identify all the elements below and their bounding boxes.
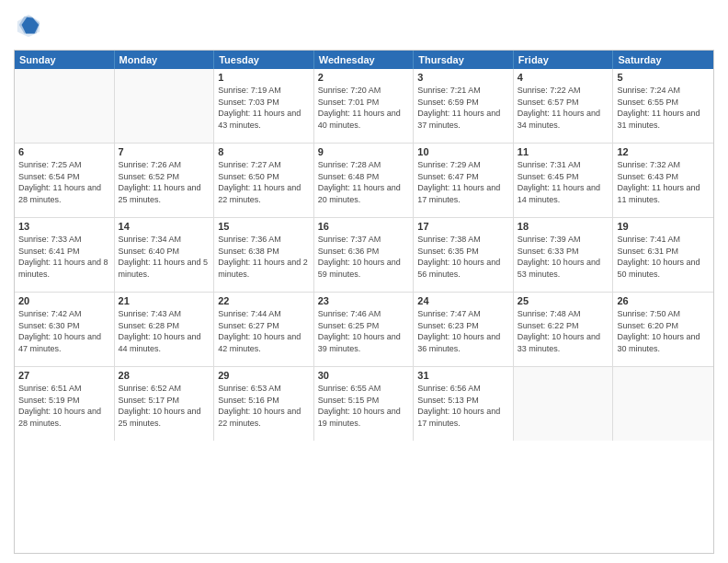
day-number: 20 [18, 295, 110, 306]
calendar-header-day: Wednesday [314, 51, 415, 69]
calendar-header-day: Saturday [613, 51, 713, 69]
logo-icon [16, 13, 41, 39]
day-info: Sunrise: 6:53 AMSunset: 5:16 PMDaylight:… [218, 383, 310, 429]
calendar-cell: 22Sunrise: 7:44 AMSunset: 6:27 PMDayligh… [214, 293, 314, 366]
calendar-header-day: Monday [115, 51, 215, 69]
day-info: Sunrise: 7:50 AMSunset: 6:20 PMDaylight:… [617, 308, 710, 354]
day-number: 26 [617, 295, 710, 306]
calendar-cell: 2Sunrise: 7:20 AMSunset: 7:01 PMDaylight… [314, 69, 415, 143]
calendar-header-day: Thursday [414, 51, 514, 69]
logo [14, 13, 41, 42]
day-number: 9 [318, 146, 410, 157]
day-info: Sunrise: 7:19 AMSunset: 7:03 PMDaylight:… [218, 85, 310, 131]
day-info: Sunrise: 7:38 AMSunset: 6:35 PMDaylight:… [417, 234, 509, 280]
calendar-cell: 15Sunrise: 7:36 AMSunset: 6:38 PMDayligh… [214, 218, 314, 292]
calendar-cell: 17Sunrise: 7:38 AMSunset: 6:35 PMDayligh… [414, 218, 514, 292]
day-info: Sunrise: 7:25 AMSunset: 6:54 PMDaylight:… [18, 159, 110, 205]
day-number: 21 [119, 295, 210, 306]
calendar-cell: 12Sunrise: 7:32 AMSunset: 6:43 PMDayligh… [613, 144, 713, 217]
day-number: 18 [518, 221, 609, 232]
calendar-week-row: 1Sunrise: 7:19 AMSunset: 7:03 PMDaylight… [15, 69, 713, 144]
calendar-header-day: Friday [514, 51, 614, 69]
calendar-cell: 1Sunrise: 7:19 AMSunset: 7:03 PMDaylight… [214, 69, 314, 143]
calendar-cell: 11Sunrise: 7:31 AMSunset: 6:45 PMDayligh… [514, 144, 614, 217]
day-number: 31 [417, 370, 509, 381]
header [14, 9, 714, 42]
calendar-header: SundayMondayTuesdayWednesdayThursdayFrid… [15, 51, 713, 69]
day-info: Sunrise: 6:56 AMSunset: 5:13 PMDaylight:… [417, 383, 509, 429]
calendar-week-row: 27Sunrise: 6:51 AMSunset: 5:19 PMDayligh… [15, 367, 713, 441]
day-info: Sunrise: 7:34 AMSunset: 6:40 PMDaylight:… [119, 234, 210, 280]
day-info: Sunrise: 7:36 AMSunset: 6:38 PMDaylight:… [218, 234, 310, 280]
day-number: 7 [119, 146, 210, 157]
calendar-body: 1Sunrise: 7:19 AMSunset: 7:03 PMDaylight… [15, 69, 713, 441]
calendar-cell: 7Sunrise: 7:26 AMSunset: 6:52 PMDaylight… [115, 144, 215, 217]
day-number: 17 [417, 221, 509, 232]
calendar-cell: 24Sunrise: 7:47 AMSunset: 6:23 PMDayligh… [414, 293, 514, 366]
calendar-cell: 31Sunrise: 6:56 AMSunset: 5:13 PMDayligh… [414, 367, 514, 441]
calendar-cell: 19Sunrise: 7:41 AMSunset: 6:31 PMDayligh… [613, 218, 713, 292]
day-info: Sunrise: 7:48 AMSunset: 6:22 PMDaylight:… [518, 308, 609, 354]
calendar-week-row: 13Sunrise: 7:33 AMSunset: 6:41 PMDayligh… [15, 218, 713, 293]
day-number: 5 [617, 72, 710, 83]
calendar-cell: 8Sunrise: 7:27 AMSunset: 6:50 PMDaylight… [214, 144, 314, 217]
calendar-cell: 13Sunrise: 7:33 AMSunset: 6:41 PMDayligh… [15, 218, 115, 292]
calendar-cell: 10Sunrise: 7:29 AMSunset: 6:47 PMDayligh… [414, 144, 514, 217]
day-number: 4 [518, 72, 609, 83]
day-number: 19 [617, 221, 710, 232]
calendar-cell: 30Sunrise: 6:55 AMSunset: 5:15 PMDayligh… [314, 367, 415, 441]
calendar-cell: 21Sunrise: 7:43 AMSunset: 6:28 PMDayligh… [115, 293, 215, 366]
day-info: Sunrise: 7:22 AMSunset: 6:57 PMDaylight:… [518, 85, 609, 131]
day-number: 24 [417, 295, 509, 306]
calendar-cell: 16Sunrise: 7:37 AMSunset: 6:36 PMDayligh… [314, 218, 415, 292]
day-info: Sunrise: 7:39 AMSunset: 6:33 PMDaylight:… [518, 234, 609, 280]
day-number: 15 [218, 221, 310, 232]
calendar-cell: 14Sunrise: 7:34 AMSunset: 6:40 PMDayligh… [115, 218, 215, 292]
calendar-cell: 29Sunrise: 6:53 AMSunset: 5:16 PMDayligh… [214, 367, 314, 441]
day-info: Sunrise: 6:52 AMSunset: 5:17 PMDaylight:… [119, 383, 210, 429]
day-number: 10 [417, 146, 509, 157]
calendar-cell [613, 367, 713, 441]
day-number: 11 [518, 146, 609, 157]
day-number: 28 [119, 370, 210, 381]
day-number: 3 [417, 72, 509, 83]
day-info: Sunrise: 7:41 AMSunset: 6:31 PMDaylight:… [617, 234, 710, 280]
calendar-cell [514, 367, 614, 441]
day-number: 22 [218, 295, 310, 306]
day-info: Sunrise: 7:29 AMSunset: 6:47 PMDaylight:… [417, 159, 509, 205]
day-info: Sunrise: 6:51 AMSunset: 5:19 PMDaylight:… [18, 383, 110, 429]
day-info: Sunrise: 7:33 AMSunset: 6:41 PMDaylight:… [18, 234, 110, 280]
day-info: Sunrise: 7:32 AMSunset: 6:43 PMDaylight:… [617, 159, 710, 205]
day-number: 6 [18, 146, 110, 157]
calendar-cell: 20Sunrise: 7:42 AMSunset: 6:30 PMDayligh… [15, 293, 115, 366]
day-number: 23 [318, 295, 410, 306]
day-number: 27 [18, 370, 110, 381]
day-number: 1 [218, 72, 310, 83]
calendar-cell: 4Sunrise: 7:22 AMSunset: 6:57 PMDaylight… [514, 69, 614, 143]
calendar-cell: 23Sunrise: 7:46 AMSunset: 6:25 PMDayligh… [314, 293, 415, 366]
day-number: 2 [318, 72, 410, 83]
day-info: Sunrise: 7:46 AMSunset: 6:25 PMDaylight:… [318, 308, 410, 354]
day-number: 13 [18, 221, 110, 232]
calendar-cell: 28Sunrise: 6:52 AMSunset: 5:17 PMDayligh… [115, 367, 215, 441]
calendar-week-row: 20Sunrise: 7:42 AMSunset: 6:30 PMDayligh… [15, 293, 713, 367]
day-info: Sunrise: 7:21 AMSunset: 6:59 PMDaylight:… [417, 85, 509, 131]
day-info: Sunrise: 7:26 AMSunset: 6:52 PMDaylight:… [119, 159, 210, 205]
calendar-cell: 5Sunrise: 7:24 AMSunset: 6:55 PMDaylight… [613, 69, 713, 143]
day-info: Sunrise: 7:43 AMSunset: 6:28 PMDaylight:… [119, 308, 210, 354]
calendar-cell [15, 69, 115, 143]
day-info: Sunrise: 7:27 AMSunset: 6:50 PMDaylight:… [218, 159, 310, 205]
page: SundayMondayTuesdayWednesdayThursdayFrid… [0, 0, 728, 563]
calendar-cell: 9Sunrise: 7:28 AMSunset: 6:48 PMDaylight… [314, 144, 415, 217]
calendar-header-day: Sunday [15, 51, 115, 69]
day-number: 8 [218, 146, 310, 157]
day-number: 16 [318, 221, 410, 232]
day-info: Sunrise: 7:47 AMSunset: 6:23 PMDaylight:… [417, 308, 509, 354]
calendar-cell: 26Sunrise: 7:50 AMSunset: 6:20 PMDayligh… [613, 293, 713, 366]
day-info: Sunrise: 7:37 AMSunset: 6:36 PMDaylight:… [318, 234, 410, 280]
calendar-cell: 18Sunrise: 7:39 AMSunset: 6:33 PMDayligh… [514, 218, 614, 292]
day-info: Sunrise: 7:31 AMSunset: 6:45 PMDaylight:… [518, 159, 609, 205]
calendar-cell: 25Sunrise: 7:48 AMSunset: 6:22 PMDayligh… [514, 293, 614, 366]
day-number: 12 [617, 146, 710, 157]
calendar-header-day: Tuesday [214, 51, 314, 69]
